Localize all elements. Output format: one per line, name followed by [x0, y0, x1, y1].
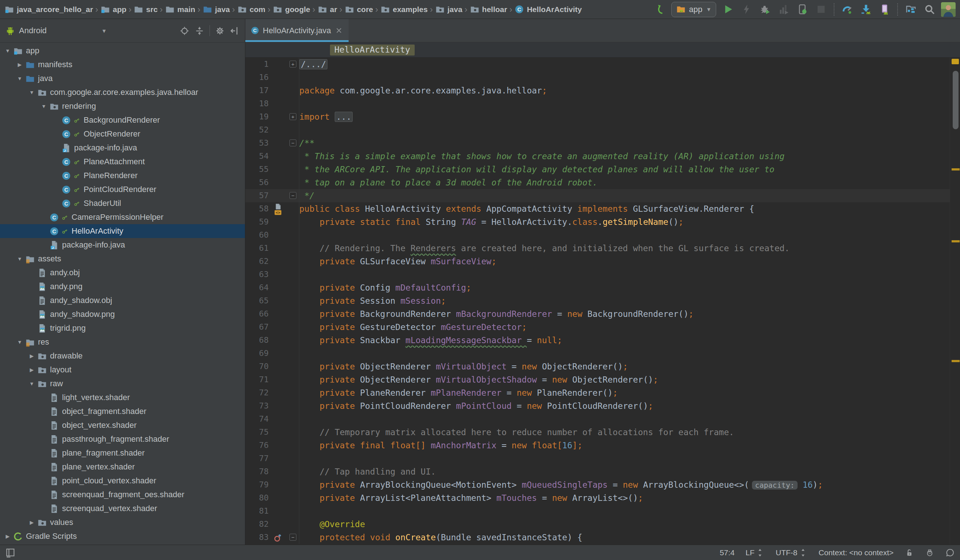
tree-item-package-info-java[interactable]: Jpackage-info.java [0, 141, 245, 155]
encoding-widget[interactable]: UTF-8 [776, 548, 808, 557]
sdk-manager-icon[interactable] [859, 3, 873, 16]
related-xml-icon[interactable]: <> [273, 202, 288, 215]
project-structure-icon[interactable] [904, 3, 918, 16]
expander-down-icon[interactable]: ▼ [14, 339, 25, 345]
breadcrumb-item-java[interactable]: java [203, 4, 230, 14]
tree-item-plane-fragment-shader[interactable]: plane_fragment.shader [0, 446, 245, 460]
event-log-icon[interactable] [946, 548, 955, 557]
fold-collapse-icon[interactable]: − [290, 534, 296, 541]
avd-manager-icon[interactable] [877, 3, 891, 16]
tree-item-gradle-scripts[interactable]: ▶Gradle Scripts [0, 530, 245, 543]
breadcrumb-item-google[interactable]: google [273, 4, 310, 14]
breadcrumb-item-ar[interactable]: ar [318, 4, 337, 14]
attach-debugger-icon[interactable] [795, 3, 809, 16]
search-icon[interactable] [922, 3, 936, 16]
expander-right-icon[interactable]: ▶ [14, 62, 25, 67]
debug-icon[interactable] [758, 3, 772, 16]
breadcrumb-item-helloar[interactable]: helloar [470, 4, 507, 14]
inspection-status-indicator[interactable] [952, 59, 959, 64]
code-editor[interactable]: 1+/.../1617package com.google.ar.core.ex… [245, 58, 960, 545]
tree-item-objectrenderer[interactable]: CObjectRenderer [0, 127, 245, 141]
fold-collapse-icon[interactable]: − [290, 192, 296, 199]
tree-item-plane-vertex-shader[interactable]: plane_vertex.shader [0, 460, 245, 474]
breadcrumb-item-src[interactable]: src [134, 4, 158, 14]
tree-item-backgroundrenderer[interactable]: CBackgroundRenderer [0, 113, 245, 127]
tree-item-andy-obj[interactable]: andy.obj [0, 266, 245, 280]
tree-item-layout[interactable]: ▶layout [0, 363, 245, 377]
inspection-profile-icon[interactable] [925, 548, 934, 557]
breadcrumb-item-com[interactable]: com [237, 4, 266, 14]
expander-down-icon[interactable]: ▼ [26, 381, 37, 387]
tree-item-res[interactable]: ▼res [0, 335, 245, 349]
run-configuration-chip[interactable]: app▼ [671, 2, 716, 17]
expander-down-icon[interactable]: ▼ [2, 48, 13, 54]
context-widget[interactable]: Context: <no context> [819, 548, 894, 557]
user-avatar[interactable] [941, 2, 956, 17]
editor-breadcrumb-current[interactable]: HelloArActivity [330, 45, 414, 56]
tree-item-assets[interactable]: ▼assets [0, 252, 245, 266]
locate-icon[interactable] [179, 26, 189, 36]
warning-stripe-mark[interactable] [952, 168, 960, 171]
tree-item-package-info-java[interactable]: Jpackage-info.java [0, 238, 245, 252]
tool-window-toggle-icon[interactable] [5, 547, 16, 558]
tree-item-planerenderer[interactable]: CPlaneRenderer [0, 169, 245, 182]
warning-stripe-mark[interactable] [952, 240, 960, 242]
tree-item-java[interactable]: ▼java [0, 72, 245, 85]
tree-item-point-cloud-vertex-shader[interactable]: point_cloud_vertex.shader [0, 474, 245, 488]
override-icon[interactable] [273, 531, 288, 544]
fold-collapse-icon[interactable]: − [290, 139, 296, 146]
tree-item-passthrough-fragment-shader[interactable]: passthrough_fragment.shader [0, 432, 245, 446]
expander-down-icon[interactable]: ▼ [38, 103, 49, 109]
tree-item-planeattachment[interactable]: CPlaneAttachment [0, 155, 245, 169]
tree-item-shaderutil[interactable]: CShaderUtil [0, 197, 245, 210]
breadcrumb-item-main[interactable]: main [165, 4, 195, 14]
hide-panel-icon[interactable] [230, 26, 240, 36]
tree-item-andy-png[interactable]: andy.png [0, 280, 245, 293]
lock-open-icon[interactable] [904, 548, 914, 557]
breadcrumb-item-helloaractivity[interactable]: CHelloArActivity [514, 4, 582, 14]
tree-item-drawable[interactable]: ▶drawable [0, 349, 245, 363]
expander-right-icon[interactable]: ▶ [26, 353, 37, 359]
fold-expand-icon[interactable]: + [290, 113, 296, 120]
tree-item-light-vertex-shader[interactable]: light_vertex.shader [0, 390, 245, 405]
tree-item-raw[interactable]: ▼raw [0, 377, 245, 390]
caret-position-widget[interactable]: 57:4 [720, 548, 735, 557]
tree-item-camerapermissionhelper[interactable]: CCameraPermissionHelper [0, 210, 245, 224]
expander-right-icon[interactable]: ▶ [26, 520, 37, 525]
breadcrumb-item-examples[interactable]: examples [380, 4, 428, 14]
breadcrumb-item-java[interactable]: java [435, 4, 462, 14]
expander-down-icon[interactable]: ▼ [26, 90, 37, 95]
tree-item-manifests[interactable]: ▶manifests [0, 58, 245, 72]
tree-item-com-google-ar-core-examples-java-helloar[interactable]: ▼com.google.ar.core.examples.java.helloa… [0, 85, 245, 99]
tree-item-andy-shadow-png[interactable]: andy_shadow.png [0, 307, 245, 321]
project-view-selector[interactable]: Android [19, 26, 47, 35]
expander-right-icon[interactable]: ▶ [26, 367, 37, 373]
scrollbar-thumb[interactable] [953, 71, 958, 129]
expander-down-icon[interactable]: ▼ [14, 256, 25, 262]
settings-gear-icon[interactable] [215, 26, 225, 36]
tree-item-andy-shadow-obj[interactable]: andy_shadow.obj [0, 293, 245, 307]
tree-item-pointcloudrenderer[interactable]: CPointCloudRenderer [0, 182, 245, 197]
expander-down-icon[interactable]: ▼ [14, 75, 25, 82]
gradle-sync-icon[interactable] [653, 3, 667, 16]
expander-right-icon[interactable]: ▶ [2, 533, 13, 539]
breadcrumb-item-app[interactable]: app [100, 4, 126, 14]
editor-tab-helloaractivity[interactable]: C HelloArActivity.java [245, 19, 349, 42]
tree-item-rendering[interactable]: ▼rendering [0, 99, 245, 113]
run-icon[interactable] [721, 3, 735, 16]
close-icon[interactable] [334, 26, 344, 35]
tree-item-screenquad-fragment-oes-shader[interactable]: screenquad_fragment_oes.shader [0, 488, 245, 502]
tree-item-helloaractivity[interactable]: CHelloArActivity [0, 224, 245, 238]
warning-stripe-mark[interactable] [952, 360, 960, 362]
tree-item-trigrid-png[interactable]: trigrid.png [0, 321, 245, 335]
tree-item-app[interactable]: ▼app [0, 44, 245, 58]
collapse-all-icon[interactable] [195, 26, 205, 36]
profiler-gauge-icon[interactable] [840, 3, 854, 16]
line-separator-widget[interactable]: LF [746, 548, 765, 557]
chevron-down-icon[interactable]: ▼ [101, 28, 107, 34]
tree-item-object-fragment-shader[interactable]: object_fragment.shader [0, 405, 245, 418]
fold-expand-icon[interactable]: + [290, 61, 296, 67]
breadcrumb-item-core[interactable]: core [345, 4, 373, 14]
tree-item-screenquad-vertex-shader[interactable]: screenquad_vertex.shader [0, 502, 245, 515]
tree-item-object-vertex-shader[interactable]: object_vertex.shader [0, 418, 245, 432]
